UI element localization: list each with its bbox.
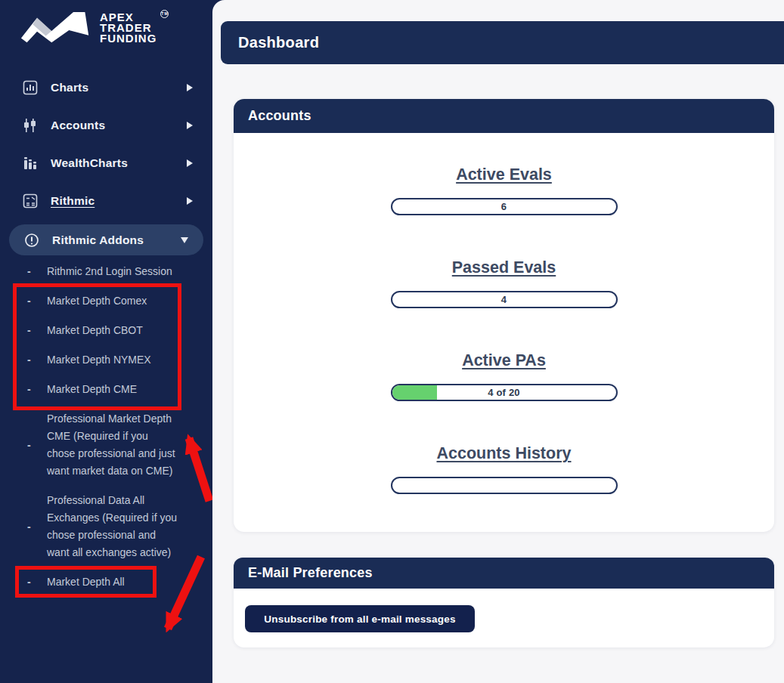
- brand-logo[interactable]: APEX TRADER FUNDING TM: [0, 0, 212, 48]
- apex-logo-mark: [20, 9, 92, 48]
- chevron-down-icon: [181, 237, 188, 243]
- stat-section-accounts-history: Accounts History: [234, 431, 774, 494]
- chevron-right-icon: [187, 122, 193, 129]
- calculator-icon: [23, 193, 38, 209]
- accounts-history-pill: [391, 477, 618, 494]
- email-panel-header: E-Mail Preferences: [234, 558, 774, 589]
- sidebar-subitem-market-depth-cbot[interactable]: - Market Depth CBOT: [27, 322, 197, 339]
- candlestick-icon: [23, 118, 38, 133]
- sidebar-item-rithmic[interactable]: Rithmic: [0, 182, 212, 220]
- dash-bullet: -: [27, 322, 47, 339]
- accounts-panel: Accounts Active Evals 6 Passed Evals 4 A…: [234, 99, 774, 532]
- sidebar: APEX TRADER FUNDING TM Charts: [0, 0, 212, 683]
- unsubscribe-button[interactable]: Unsubscribe from all e-mail messages: [245, 605, 475, 632]
- sidebar-subitem-market-depth-cme[interactable]: - Market Depth CME: [27, 381, 197, 398]
- market-depth-items: - Market Depth Comex - Market Depth CBOT…: [0, 292, 212, 398]
- passed-evals-link[interactable]: Passed Evals: [452, 256, 556, 279]
- page-title: Dashboard: [238, 34, 319, 51]
- accounts-history-link[interactable]: Accounts History: [436, 442, 571, 465]
- sidebar-item-wealthcharts[interactable]: WealthCharts: [0, 144, 212, 182]
- dash-bullet: -: [27, 518, 47, 536]
- brand-line-3: FUNDING: [100, 33, 156, 44]
- sidebar-nav: Charts Accounts WealthCharts: [0, 69, 212, 255]
- sidebar-item-charts[interactable]: Charts: [0, 69, 212, 107]
- dash-bullet: -: [27, 437, 47, 454]
- sidebar-item-label: Rithmic: [51, 194, 95, 208]
- market-depth-all-wrap: - Market Depth All: [0, 573, 212, 591]
- sidebar-subitem-rithmic-2nd-login[interactable]: - Rithmic 2nd Login Session: [27, 263, 197, 280]
- email-preferences-panel: E-Mail Preferences Unsubscribe from all …: [234, 558, 774, 647]
- accounts-panel-header: Accounts: [234, 99, 774, 133]
- sidebar-item-label: Charts: [51, 81, 88, 94]
- chevron-right-icon: [187, 84, 193, 91]
- sidebar-item-label: Rithmic Addons: [52, 233, 144, 247]
- column-chart-icon: [23, 156, 38, 171]
- active-pas-progress-bar: 4 of 20: [391, 384, 618, 401]
- dash-bullet: -: [27, 263, 47, 280]
- progress-fill: [392, 385, 437, 400]
- accounts-panel-title: Accounts: [248, 108, 311, 124]
- sidebar-item-accounts[interactable]: Accounts: [0, 107, 212, 144]
- dashboard-header-bar: Dashboard: [221, 21, 784, 64]
- sidebar-item-label: Accounts: [51, 119, 105, 132]
- active-evals-link[interactable]: Active Evals: [456, 163, 552, 186]
- stat-section-active-evals: Active Evals 6: [234, 153, 774, 215]
- rithmic-addons-sublist: - Rithmic 2nd Login Session - Market Dep…: [0, 263, 212, 591]
- chevron-right-icon: [187, 159, 193, 167]
- stat-section-passed-evals: Passed Evals 4: [234, 246, 774, 308]
- main-content: Dashboard Accounts Active Evals 6 Passed…: [212, 0, 784, 683]
- sidebar-item-label: WealthCharts: [51, 156, 128, 170]
- accounts-panel-body: Active Evals 6 Passed Evals 4 Active PAs…: [234, 133, 774, 532]
- email-panel-title: E-Mail Preferences: [248, 565, 373, 581]
- chevron-right-icon: [187, 197, 193, 205]
- alert-circle-icon: [24, 233, 39, 248]
- sidebar-item-rithmic-addons[interactable]: Rithmic Addons: [9, 224, 203, 255]
- passed-evals-count-pill: 4: [391, 291, 618, 308]
- active-evals-count-pill: 6: [391, 198, 618, 215]
- brand-wordmark: APEX TRADER FUNDING TM: [100, 12, 169, 44]
- sidebar-subitem-market-depth-comex[interactable]: - Market Depth Comex: [27, 292, 197, 310]
- market-depth-group: - Market Depth Comex - Market Depth CBOT…: [0, 292, 212, 398]
- sidebar-subitem-professional-market-depth-cme[interactable]: - Professional Market Depth CME (Require…: [27, 410, 197, 480]
- sidebar-subitem-market-depth-all[interactable]: - Market Depth All: [27, 573, 197, 591]
- bar-chart-frame-icon: [23, 80, 38, 95]
- sidebar-subitem-market-depth-nymex[interactable]: - Market Depth NYMEX: [27, 351, 197, 369]
- sidebar-subitem-professional-data-all[interactable]: - Professional Data All Exchanges (Requi…: [27, 492, 197, 561]
- dash-bullet: -: [27, 381, 47, 398]
- active-pas-link[interactable]: Active PAs: [462, 349, 546, 372]
- dash-bullet: -: [27, 573, 47, 591]
- dash-bullet: -: [27, 292, 47, 310]
- stat-section-active-pas: Active PAs 4 of 20: [234, 338, 774, 401]
- trademark-icon: TM: [160, 10, 169, 18]
- email-panel-body: Unsubscribe from all e-mail messages: [234, 589, 774, 647]
- market-depth-all-group: - Market Depth All: [0, 573, 212, 591]
- dash-bullet: -: [27, 351, 47, 369]
